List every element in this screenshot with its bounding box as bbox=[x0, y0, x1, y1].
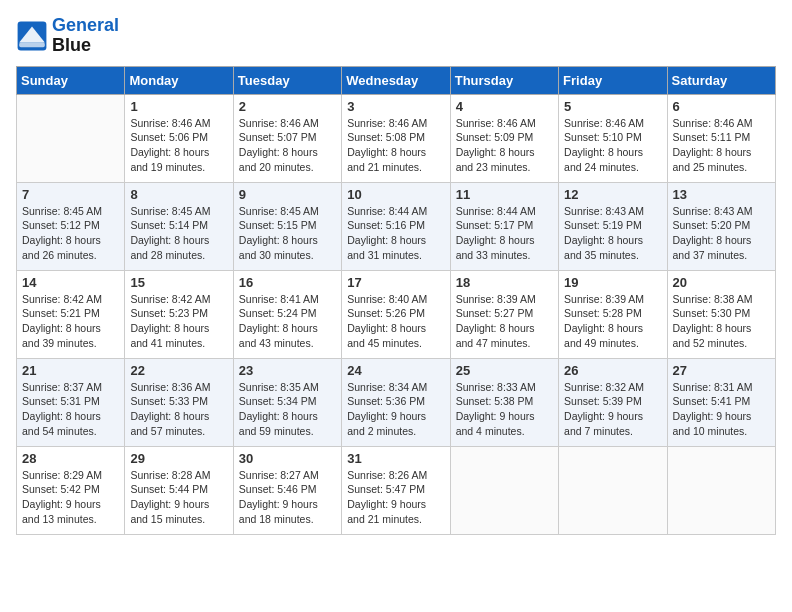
day-info: Sunrise: 8:46 AM Sunset: 5:11 PM Dayligh… bbox=[673, 116, 770, 175]
calendar-cell: 25Sunrise: 8:33 AM Sunset: 5:38 PM Dayli… bbox=[450, 358, 558, 446]
calendar-cell: 8Sunrise: 8:45 AM Sunset: 5:14 PM Daylig… bbox=[125, 182, 233, 270]
calendar-cell: 30Sunrise: 8:27 AM Sunset: 5:46 PM Dayli… bbox=[233, 446, 341, 534]
day-number: 9 bbox=[239, 187, 336, 202]
day-number: 11 bbox=[456, 187, 553, 202]
calendar-cell: 27Sunrise: 8:31 AM Sunset: 5:41 PM Dayli… bbox=[667, 358, 775, 446]
day-info: Sunrise: 8:31 AM Sunset: 5:41 PM Dayligh… bbox=[673, 380, 770, 439]
day-number: 7 bbox=[22, 187, 119, 202]
day-number: 3 bbox=[347, 99, 444, 114]
day-info: Sunrise: 8:29 AM Sunset: 5:42 PM Dayligh… bbox=[22, 468, 119, 527]
day-info: Sunrise: 8:32 AM Sunset: 5:39 PM Dayligh… bbox=[564, 380, 661, 439]
day-number: 24 bbox=[347, 363, 444, 378]
day-info: Sunrise: 8:46 AM Sunset: 5:09 PM Dayligh… bbox=[456, 116, 553, 175]
day-info: Sunrise: 8:46 AM Sunset: 5:06 PM Dayligh… bbox=[130, 116, 227, 175]
day-number: 2 bbox=[239, 99, 336, 114]
calendar-cell: 7Sunrise: 8:45 AM Sunset: 5:12 PM Daylig… bbox=[17, 182, 125, 270]
day-info: Sunrise: 8:44 AM Sunset: 5:16 PM Dayligh… bbox=[347, 204, 444, 263]
day-number: 15 bbox=[130, 275, 227, 290]
day-number: 16 bbox=[239, 275, 336, 290]
day-number: 13 bbox=[673, 187, 770, 202]
day-info: Sunrise: 8:44 AM Sunset: 5:17 PM Dayligh… bbox=[456, 204, 553, 263]
calendar-cell: 4Sunrise: 8:46 AM Sunset: 5:09 PM Daylig… bbox=[450, 94, 558, 182]
day-number: 27 bbox=[673, 363, 770, 378]
calendar-cell: 12Sunrise: 8:43 AM Sunset: 5:19 PM Dayli… bbox=[559, 182, 667, 270]
day-number: 10 bbox=[347, 187, 444, 202]
day-number: 25 bbox=[456, 363, 553, 378]
calendar-cell: 20Sunrise: 8:38 AM Sunset: 5:30 PM Dayli… bbox=[667, 270, 775, 358]
day-info: Sunrise: 8:34 AM Sunset: 5:36 PM Dayligh… bbox=[347, 380, 444, 439]
weekday-header-monday: Monday bbox=[125, 66, 233, 94]
calendar-cell bbox=[667, 446, 775, 534]
day-info: Sunrise: 8:38 AM Sunset: 5:30 PM Dayligh… bbox=[673, 292, 770, 351]
day-info: Sunrise: 8:26 AM Sunset: 5:47 PM Dayligh… bbox=[347, 468, 444, 527]
calendar-cell: 28Sunrise: 8:29 AM Sunset: 5:42 PM Dayli… bbox=[17, 446, 125, 534]
day-number: 8 bbox=[130, 187, 227, 202]
day-number: 1 bbox=[130, 99, 227, 114]
day-number: 17 bbox=[347, 275, 444, 290]
day-info: Sunrise: 8:33 AM Sunset: 5:38 PM Dayligh… bbox=[456, 380, 553, 439]
calendar-cell: 14Sunrise: 8:42 AM Sunset: 5:21 PM Dayli… bbox=[17, 270, 125, 358]
week-row-3: 14Sunrise: 8:42 AM Sunset: 5:21 PM Dayli… bbox=[17, 270, 776, 358]
week-row-1: 1Sunrise: 8:46 AM Sunset: 5:06 PM Daylig… bbox=[17, 94, 776, 182]
day-info: Sunrise: 8:45 AM Sunset: 5:12 PM Dayligh… bbox=[22, 204, 119, 263]
day-number: 28 bbox=[22, 451, 119, 466]
calendar-cell: 5Sunrise: 8:46 AM Sunset: 5:10 PM Daylig… bbox=[559, 94, 667, 182]
week-row-2: 7Sunrise: 8:45 AM Sunset: 5:12 PM Daylig… bbox=[17, 182, 776, 270]
day-info: Sunrise: 8:46 AM Sunset: 5:07 PM Dayligh… bbox=[239, 116, 336, 175]
day-number: 19 bbox=[564, 275, 661, 290]
day-info: Sunrise: 8:45 AM Sunset: 5:15 PM Dayligh… bbox=[239, 204, 336, 263]
logo: General Blue bbox=[16, 16, 119, 56]
calendar-cell: 22Sunrise: 8:36 AM Sunset: 5:33 PM Dayli… bbox=[125, 358, 233, 446]
day-info: Sunrise: 8:39 AM Sunset: 5:27 PM Dayligh… bbox=[456, 292, 553, 351]
calendar-cell: 10Sunrise: 8:44 AM Sunset: 5:16 PM Dayli… bbox=[342, 182, 450, 270]
calendar-table: SundayMondayTuesdayWednesdayThursdayFrid… bbox=[16, 66, 776, 535]
calendar-cell: 26Sunrise: 8:32 AM Sunset: 5:39 PM Dayli… bbox=[559, 358, 667, 446]
day-number: 14 bbox=[22, 275, 119, 290]
calendar-cell: 17Sunrise: 8:40 AM Sunset: 5:26 PM Dayli… bbox=[342, 270, 450, 358]
week-row-5: 28Sunrise: 8:29 AM Sunset: 5:42 PM Dayli… bbox=[17, 446, 776, 534]
day-info: Sunrise: 8:41 AM Sunset: 5:24 PM Dayligh… bbox=[239, 292, 336, 351]
day-info: Sunrise: 8:27 AM Sunset: 5:46 PM Dayligh… bbox=[239, 468, 336, 527]
day-number: 20 bbox=[673, 275, 770, 290]
calendar-cell: 16Sunrise: 8:41 AM Sunset: 5:24 PM Dayli… bbox=[233, 270, 341, 358]
day-number: 31 bbox=[347, 451, 444, 466]
calendar-cell: 3Sunrise: 8:46 AM Sunset: 5:08 PM Daylig… bbox=[342, 94, 450, 182]
calendar-cell: 21Sunrise: 8:37 AM Sunset: 5:31 PM Dayli… bbox=[17, 358, 125, 446]
calendar-cell bbox=[559, 446, 667, 534]
day-number: 26 bbox=[564, 363, 661, 378]
logo-icon bbox=[16, 20, 48, 52]
day-number: 6 bbox=[673, 99, 770, 114]
calendar-cell: 1Sunrise: 8:46 AM Sunset: 5:06 PM Daylig… bbox=[125, 94, 233, 182]
weekday-header-saturday: Saturday bbox=[667, 66, 775, 94]
weekday-header-sunday: Sunday bbox=[17, 66, 125, 94]
day-info: Sunrise: 8:36 AM Sunset: 5:33 PM Dayligh… bbox=[130, 380, 227, 439]
day-info: Sunrise: 8:42 AM Sunset: 5:21 PM Dayligh… bbox=[22, 292, 119, 351]
calendar-cell: 29Sunrise: 8:28 AM Sunset: 5:44 PM Dayli… bbox=[125, 446, 233, 534]
day-info: Sunrise: 8:42 AM Sunset: 5:23 PM Dayligh… bbox=[130, 292, 227, 351]
day-number: 29 bbox=[130, 451, 227, 466]
calendar-cell bbox=[450, 446, 558, 534]
week-row-4: 21Sunrise: 8:37 AM Sunset: 5:31 PM Dayli… bbox=[17, 358, 776, 446]
day-number: 21 bbox=[22, 363, 119, 378]
page-header: General Blue bbox=[16, 16, 776, 56]
calendar-cell: 23Sunrise: 8:35 AM Sunset: 5:34 PM Dayli… bbox=[233, 358, 341, 446]
day-info: Sunrise: 8:43 AM Sunset: 5:20 PM Dayligh… bbox=[673, 204, 770, 263]
calendar-cell: 31Sunrise: 8:26 AM Sunset: 5:47 PM Dayli… bbox=[342, 446, 450, 534]
day-number: 22 bbox=[130, 363, 227, 378]
day-info: Sunrise: 8:39 AM Sunset: 5:28 PM Dayligh… bbox=[564, 292, 661, 351]
day-number: 18 bbox=[456, 275, 553, 290]
calendar-cell: 15Sunrise: 8:42 AM Sunset: 5:23 PM Dayli… bbox=[125, 270, 233, 358]
day-number: 23 bbox=[239, 363, 336, 378]
calendar-cell: 2Sunrise: 8:46 AM Sunset: 5:07 PM Daylig… bbox=[233, 94, 341, 182]
calendar-cell: 24Sunrise: 8:34 AM Sunset: 5:36 PM Dayli… bbox=[342, 358, 450, 446]
day-info: Sunrise: 8:46 AM Sunset: 5:08 PM Dayligh… bbox=[347, 116, 444, 175]
day-info: Sunrise: 8:43 AM Sunset: 5:19 PM Dayligh… bbox=[564, 204, 661, 263]
calendar-cell: 6Sunrise: 8:46 AM Sunset: 5:11 PM Daylig… bbox=[667, 94, 775, 182]
day-info: Sunrise: 8:46 AM Sunset: 5:10 PM Dayligh… bbox=[564, 116, 661, 175]
calendar-cell: 11Sunrise: 8:44 AM Sunset: 5:17 PM Dayli… bbox=[450, 182, 558, 270]
day-info: Sunrise: 8:28 AM Sunset: 5:44 PM Dayligh… bbox=[130, 468, 227, 527]
day-number: 5 bbox=[564, 99, 661, 114]
calendar-cell: 19Sunrise: 8:39 AM Sunset: 5:28 PM Dayli… bbox=[559, 270, 667, 358]
day-number: 30 bbox=[239, 451, 336, 466]
calendar-cell: 18Sunrise: 8:39 AM Sunset: 5:27 PM Dayli… bbox=[450, 270, 558, 358]
